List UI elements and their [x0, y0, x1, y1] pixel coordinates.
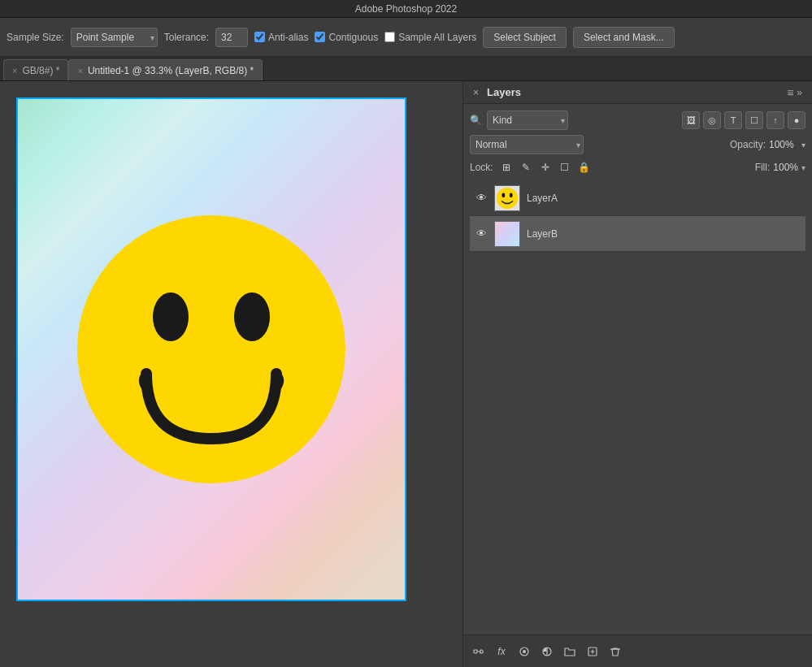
sample-all-layers-group: Sample All Layers — [384, 32, 476, 43]
main-area: × Layers ≡ » 🔍 Kind Name Effect Mode Att… — [0, 81, 812, 667]
eye-icon-layerB: 👁 — [476, 227, 487, 240]
svg-point-1 — [153, 292, 189, 341]
filter-pixel-icon-btn[interactable]: 🖼 — [682, 111, 700, 129]
fill-label: Fill: — [755, 162, 771, 173]
layers-list: 👁 LayerA — [470, 180, 805, 628]
filter-select-wrapper: Kind Name Effect Mode Attribute Color — [487, 110, 568, 130]
svg-point-3 — [497, 187, 518, 208]
filter-kind-select[interactable]: Kind Name Effect Mode Attribute Color — [487, 110, 568, 130]
opacity-label: Opacity: — [730, 139, 766, 150]
app-title: Adobe Photoshop 2022 — [355, 3, 457, 15]
group-layers-btn[interactable] — [561, 643, 579, 661]
new-layer-btn[interactable] — [584, 643, 601, 661]
layers-panel: × Layers ≡ » 🔍 Kind Name Effect Mode Att… — [462, 81, 812, 667]
svg-point-5 — [510, 193, 513, 197]
add-mask-btn[interactable] — [515, 643, 533, 661]
smiley-face — [73, 211, 350, 487]
fx-btn[interactable]: fx — [493, 643, 510, 661]
panel-menu-button[interactable]: ≡ — [787, 86, 793, 99]
fill-group: Fill: 100% ▾ — [755, 162, 805, 173]
sample-size-label: Sample Size: — [7, 32, 64, 43]
lock-label: Lock: — [470, 162, 493, 173]
panel-body: 🔍 Kind Name Effect Mode Attribute Color … — [463, 104, 812, 635]
bottom-icons-group: fx — [470, 643, 624, 661]
tab-1-close[interactable]: × — [12, 66, 17, 76]
select-and-mask-button[interactable]: Select and Mask... — [573, 27, 675, 48]
panel-bottom-toolbar: fx — [463, 635, 812, 667]
opacity-group: Opacity: 100% ▾ — [730, 139, 805, 150]
fill-value[interactable]: 100% — [773, 162, 798, 173]
layer-name-layerB: LayerB — [527, 228, 558, 240]
layer-thumb-smiley — [495, 186, 519, 210]
lock-row: Lock: ⊞ ✎ ✛ ☐ 🔒 Fill: 100% ▾ — [470, 159, 805, 175]
blend-select-wrapper: Normal Dissolve Multiply Screen Overlay — [470, 135, 584, 154]
layer-visibility-layerA[interactable]: 👁 — [475, 192, 488, 205]
delete-layer-btn[interactable] — [606, 643, 624, 661]
lock-icons-group: ⊞ ✎ ✛ ☐ 🔒 — [498, 159, 593, 175]
lock-transparent-pixels-btn[interactable]: ⊞ — [498, 159, 515, 175]
sample-all-layers-label: Sample All Layers — [398, 32, 476, 43]
filter-row: 🔍 Kind Name Effect Mode Attribute Color … — [470, 110, 805, 130]
search-icon: 🔍 — [470, 115, 482, 126]
filter-toggle-btn[interactable]: ● — [788, 111, 805, 129]
lock-all-btn[interactable]: 🔒 — [576, 159, 593, 175]
contiguous-label: Contiguous — [328, 32, 378, 43]
layer-thumb-gradient — [495, 222, 519, 246]
anti-alias-checkbox[interactable] — [254, 32, 265, 42]
panel-close-button[interactable]: × — [470, 85, 482, 100]
lock-image-pixels-btn[interactable]: ✎ — [518, 159, 534, 175]
filter-smart-icon-btn[interactable]: ↑ — [766, 111, 784, 129]
sample-size-select[interactable]: Point Sample 3 by 3 Average 5 by 5 Avera… — [71, 28, 158, 47]
contiguous-checkbox[interactable] — [315, 32, 325, 42]
filter-icons-group: 🖼 ◎ T ☐ ↑ ● — [682, 111, 805, 129]
filter-type-icon-btn[interactable]: T — [724, 111, 742, 129]
layer-visibility-layerB[interactable]: 👁 — [475, 227, 488, 240]
tab-2-label: Untitled-1 @ 33.3% (LayerB, RGB/8) * — [88, 65, 254, 76]
link-layers-btn[interactable] — [470, 643, 488, 661]
layer-name-layerA: LayerA — [527, 193, 558, 204]
lock-artboard-btn[interactable]: ☐ — [557, 159, 573, 175]
tab-bar: × GB/8#) * × Untitled-1 @ 33.3% (LayerB,… — [0, 57, 812, 81]
contiguous-group: Contiguous — [315, 32, 378, 43]
blend-opacity-row: Normal Dissolve Multiply Screen Overlay … — [470, 135, 805, 154]
svg-point-4 — [502, 193, 505, 197]
anti-alias-group: Anti-alias — [254, 32, 308, 43]
tab-2[interactable]: × Untitled-1 @ 33.3% (LayerB, RGB/8) * — [68, 59, 263, 80]
layer-item-layerA[interactable]: 👁 LayerA — [470, 180, 805, 216]
canvas-wrapper[interactable] — [16, 97, 406, 601]
anti-alias-label: Anti-alias — [268, 32, 308, 43]
layer-item-layerB[interactable]: 👁 LayerB — [470, 216, 805, 252]
lock-position-btn[interactable]: ✛ — [537, 159, 554, 175]
adjustment-layer-btn[interactable] — [538, 643, 556, 661]
tab-1-label: GB/8#) * — [22, 65, 59, 76]
sample-size-select-wrapper: Point Sample 3 by 3 Average 5 by 5 Avera… — [71, 28, 158, 47]
tolerance-label: Tolerance: — [164, 32, 209, 43]
select-subject-button[interactable]: Select Subject — [483, 27, 567, 48]
eye-icon-layerA: 👁 — [476, 192, 487, 204]
canvas-content — [18, 99, 405, 600]
tab-1[interactable]: × GB/8#) * — [3, 59, 68, 80]
panel-title: Layers — [482, 86, 526, 98]
tab-2-close[interactable]: × — [77, 66, 82, 76]
svg-point-2 — [234, 292, 270, 341]
svg-point-7 — [523, 650, 526, 653]
blend-mode-select[interactable]: Normal Dissolve Multiply Screen Overlay — [470, 135, 584, 154]
title-bar: Adobe Photoshop 2022 — [0, 0, 812, 18]
panel-collapse-button[interactable]: » — [793, 85, 805, 100]
opacity-dropdown-arrow[interactable]: ▾ — [801, 141, 805, 149]
filter-shape-icon-btn[interactable]: ☐ — [745, 111, 763, 129]
opacity-value[interactable]: 100% — [769, 139, 798, 150]
tolerance-input[interactable] — [215, 28, 248, 47]
filter-adjustment-icon-btn[interactable]: ◎ — [703, 111, 721, 129]
fill-dropdown-arrow[interactable]: ▾ — [801, 163, 805, 172]
layer-thumbnail-layerA — [494, 185, 520, 211]
canvas-area — [0, 81, 462, 667]
toolbar: Sample Size: Point Sample 3 by 3 Average… — [0, 18, 812, 57]
sample-all-layers-checkbox[interactable] — [384, 32, 395, 42]
layer-thumbnail-layerB — [494, 221, 520, 247]
panel-header: × Layers ≡ » — [463, 81, 812, 104]
